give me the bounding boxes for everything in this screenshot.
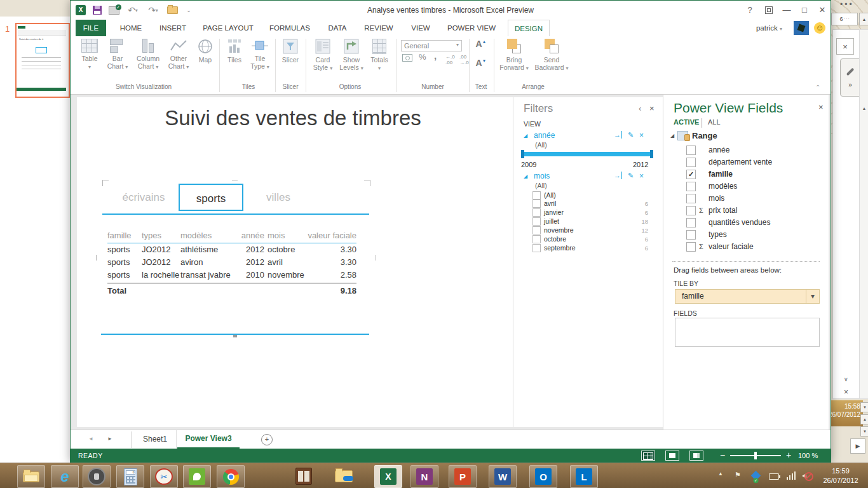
- clear-filter-icon[interactable]: ×: [639, 172, 644, 180]
- sheet-nav-prev-icon[interactable]: ◄: [88, 436, 93, 442]
- field-checkbox[interactable]: [686, 218, 696, 227]
- tiles-button[interactable]: Tiles: [223, 37, 246, 64]
- scroll-up-icon[interactable]: ▲: [859, 13, 868, 25]
- normal-view-button[interactable]: [641, 451, 655, 461]
- checkbox[interactable]: [532, 208, 541, 217]
- taskbar-lync[interactable]: L: [570, 465, 598, 488]
- slider-handle-min[interactable]: [521, 150, 524, 158]
- filter-field-mois[interactable]: mois: [534, 172, 550, 180]
- taskbar-excel[interactable]: X: [374, 465, 402, 488]
- field-checkbox[interactable]: [686, 206, 696, 215]
- checkbox[interactable]: [532, 244, 541, 252]
- tile-tab-villes[interactable]: villes: [243, 191, 313, 204]
- collapse-panel-icon[interactable]: ‹: [639, 104, 641, 113]
- card-style-button[interactable]: Card Style ▾: [309, 37, 336, 72]
- taskbar-skydrive-folder[interactable]: [330, 465, 357, 487]
- field-checkbox[interactable]: [686, 146, 696, 155]
- tools-tab[interactable]: »: [840, 58, 860, 97]
- filter-field-annee[interactable]: année: [534, 131, 555, 140]
- zoom-slider-thumb[interactable]: [754, 452, 757, 459]
- tray-expand-icon[interactable]: ▲: [718, 471, 723, 477]
- sheet-tab-power-view3[interactable]: Power View3: [177, 430, 240, 449]
- clock[interactable]: 15:59 26/07/2012: [818, 466, 863, 485]
- page-break-view-button[interactable]: [689, 451, 703, 461]
- decrease-decimal-icon[interactable]: .00→.0: [459, 54, 469, 65]
- close-icon[interactable]: ×: [836, 38, 854, 55]
- page-thumbnail[interactable]: Suivi des ventes de ti: [15, 23, 70, 98]
- power-icon[interactable]: [769, 473, 779, 480]
- tab-home[interactable]: HOME: [115, 20, 147, 36]
- flag-icon[interactable]: ⚑: [735, 471, 741, 479]
- close-icon-small[interactable]: ×: [844, 388, 848, 396]
- collapse-ribbon-button[interactable]: ⌃: [815, 85, 820, 90]
- volume-muted-icon[interactable]: [802, 471, 813, 481]
- network-icon[interactable]: [787, 471, 797, 480]
- taskbar-reader[interactable]: [290, 465, 317, 487]
- play-button[interactable]: ▶: [850, 438, 865, 454]
- tab-insert[interactable]: INSERT: [155, 20, 191, 36]
- taskbar-outlook[interactable]: O: [529, 465, 557, 488]
- taskbar-onenote[interactable]: N: [410, 465, 438, 488]
- help-button[interactable]: ?: [742, 4, 758, 16]
- field-checkbox[interactable]: [686, 194, 696, 203]
- col-header[interactable]: année: [239, 229, 264, 243]
- table-row[interactable]: sports JO2012 athlétisme 2012 octobre 3.…: [107, 243, 356, 256]
- col-header[interactable]: famille: [107, 229, 142, 243]
- map-button[interactable]: Map: [194, 37, 217, 64]
- annee-range-slider[interactable]: [521, 152, 653, 156]
- collapse-icon[interactable]: ◢: [670, 133, 674, 139]
- checkbox[interactable]: [532, 191, 541, 200]
- close-panel-icon[interactable]: ×: [649, 104, 654, 113]
- zoom-in-button[interactable]: +: [786, 450, 791, 460]
- checkbox[interactable]: [532, 217, 541, 226]
- edit-filter-icon[interactable]: ✎: [628, 131, 634, 139]
- taskbar-recorder[interactable]: [83, 465, 111, 488]
- taskbar-chrome[interactable]: [217, 465, 245, 488]
- arrow-down-double-icon[interactable]: ▼: [860, 426, 868, 437]
- send-backward-button[interactable]: Send Backward ▾: [533, 37, 570, 72]
- zoom-out-button[interactable]: −: [720, 450, 725, 460]
- taskbar-calculator[interactable]: 0: [116, 465, 144, 488]
- zoom-slider[interactable]: [730, 455, 781, 456]
- percent-format-icon[interactable]: %: [419, 52, 426, 62]
- collapse-icon[interactable]: ◢: [524, 133, 527, 139]
- other-chart-button[interactable]: Other Chart ▾: [165, 37, 193, 71]
- increase-font-button[interactable]: A▲: [472, 39, 490, 54]
- column-chart-button[interactable]: Column Chart ▾: [133, 37, 163, 71]
- fields-drop-area[interactable]: [675, 318, 820, 347]
- table-button[interactable]: Table▾: [77, 37, 102, 71]
- fullscreen-button[interactable]: [761, 4, 777, 16]
- col-header[interactable]: types: [142, 229, 180, 243]
- avatar[interactable]: [794, 21, 809, 35]
- dropbox-icon[interactable]: ✓: [751, 471, 761, 481]
- slider-handle-max[interactable]: [650, 150, 653, 158]
- tab-power-view[interactable]: POWER VIEW: [442, 20, 501, 36]
- taskbar-internet-explorer[interactable]: e: [51, 465, 79, 488]
- decrease-font-button[interactable]: A▼: [472, 58, 490, 73]
- filters-scope[interactable]: VIEW: [524, 120, 541, 128]
- zoom-level[interactable]: 100 %: [798, 452, 818, 459]
- scrollbar-up-icon[interactable]: ▲: [860, 106, 868, 111]
- table-row[interactable]: sports la rochelle transat jvabre 2010 n…: [107, 269, 356, 281]
- selection-handle-left[interactable]: [96, 255, 97, 261]
- page-layout-view-button[interactable]: [665, 451, 679, 461]
- field-checkbox[interactable]: [686, 242, 696, 252]
- field-checkbox[interactable]: [686, 182, 696, 191]
- report-title[interactable]: Suivi des ventes de timbres: [140, 106, 445, 130]
- sheet-tab-sheet1[interactable]: Sheet1: [134, 430, 177, 449]
- comma-format-icon[interactable]: ,: [434, 50, 437, 61]
- maximize-button[interactable]: □: [796, 4, 813, 16]
- close-button[interactable]: ✕: [814, 4, 831, 16]
- taskbar-evernote[interactable]: [183, 465, 211, 488]
- tab-review[interactable]: REVIEW: [358, 20, 400, 36]
- edit-filter-icon[interactable]: ✎: [628, 172, 634, 180]
- collapse-icon[interactable]: ◢: [524, 173, 527, 179]
- tab-file[interactable]: FILE: [76, 20, 106, 36]
- field-checkbox[interactable]: [686, 158, 696, 167]
- table-name[interactable]: Range: [692, 131, 717, 140]
- tile-type-button[interactable]: Tile Type ▾: [247, 37, 273, 71]
- tile-by-select[interactable]: famille ▾: [675, 289, 820, 304]
- selection-handle-right[interactable]: [376, 255, 376, 261]
- minimize-button[interactable]: —: [778, 4, 795, 16]
- filter-scope-icon[interactable]: →: [614, 172, 622, 179]
